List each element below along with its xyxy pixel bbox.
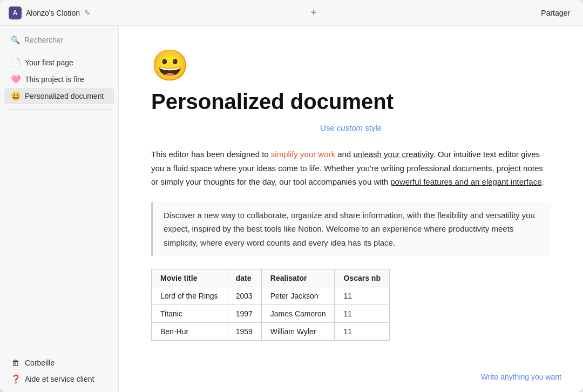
table-cell: Titanic <box>152 305 227 323</box>
sidebar: 🔍 Rechercher 📄 Your first page 🩷 This pr… <box>0 26 119 392</box>
document-paragraph1: This editor has been designed to simplif… <box>151 147 551 189</box>
subtitle-prefix: Use <box>320 123 337 132</box>
table-header-oscars: Oscars nb <box>335 269 389 287</box>
sidebar-item-label: This project is fire <box>25 75 84 84</box>
subtitle-suffix: style <box>363 123 382 132</box>
sidebar-item-label: Your first page <box>25 58 73 67</box>
app-avatar: A <box>9 6 22 19</box>
sidebar-bottom: 🗑 Corbeille ❓ Aide et service client <box>0 354 118 388</box>
document-table-container: Movie title date Realisator Oscars nb Lo… <box>151 269 551 341</box>
sidebar-item-aide[interactable]: ❓ Aide et service client <box>4 371 114 387</box>
search-bar[interactable]: 🔍 Rechercher <box>4 32 114 48</box>
document-emoji: 😀 <box>151 48 551 83</box>
titlebar: A Alonzo's Clotion ✎ + Partager <box>0 0 583 26</box>
table-cell: 1959 <box>227 323 261 341</box>
subtitle-italic: custom <box>337 123 363 132</box>
help-icon: ❓ <box>11 374 21 384</box>
document-blockquote: Discover a new way to collaborate, organ… <box>151 202 551 256</box>
sidebar-item-label: Aide et service client <box>25 375 94 383</box>
document-subtitle: Use custom style <box>151 123 551 132</box>
para1-part2: and <box>335 150 353 159</box>
table-cell: James Cameron <box>261 305 335 323</box>
app-window: A Alonzo's Clotion ✎ + Partager 🔍 Recher… <box>0 0 583 392</box>
table-cell: Lord of the Rings <box>152 287 227 305</box>
table-cell: William Wyler <box>261 323 335 341</box>
table-cell: Peter Jackson <box>261 287 335 305</box>
table-cell: 1997 <box>227 305 261 323</box>
para1-highlight3: powerful features and an elegant interfa… <box>390 177 541 186</box>
table-header-movie-title: Movie title <box>152 269 227 287</box>
main-layout: 🔍 Rechercher 📄 Your first page 🩷 This pr… <box>0 26 583 392</box>
table-row: Titanic1997James Cameron11 <box>152 305 390 323</box>
fire-icon: 🩷 <box>11 75 21 84</box>
sidebar-item-corbeille[interactable]: 🗑 Corbeille <box>4 355 114 370</box>
page-icon: 📄 <box>11 58 21 67</box>
table-header-realisator: Realisator <box>261 269 335 287</box>
para1-highlight1: simplify your work <box>271 150 335 159</box>
smile-icon: 😀 <box>11 91 21 101</box>
table-cell: 11 <box>335 323 389 341</box>
sidebar-item-personalized-document[interactable]: 😀 Personalized document <box>4 88 114 104</box>
edit-icon[interactable]: ✎ <box>84 9 91 17</box>
sidebar-pages-section: 📄 Your first page 🩷 This project is fire… <box>0 54 118 105</box>
sidebar-item-this-project-is-fire[interactable]: 🩷 This project is fire <box>4 71 114 87</box>
table-cell: 11 <box>335 305 389 323</box>
titlebar-center: + <box>306 4 321 21</box>
table-header-row: Movie title date Realisator Oscars nb <box>152 269 390 287</box>
movies-table: Movie title date Realisator Oscars nb Lo… <box>151 269 390 341</box>
app-title: Alonzo's Clotion <box>26 9 80 17</box>
table-header-date: date <box>227 269 261 287</box>
sidebar-divider <box>6 109 112 110</box>
search-label: Rechercher <box>24 36 63 44</box>
document-title: Personalized document <box>151 90 551 113</box>
para1-part4: . <box>541 177 544 186</box>
para1-highlight2: unleash your creativity <box>353 150 433 159</box>
sidebar-item-label: Corbeille <box>25 359 55 367</box>
partager-button[interactable]: Partager <box>537 6 574 19</box>
table-cell: Ben-Hur <box>152 323 227 341</box>
document-content: 😀 Personalized document Use custom style… <box>119 26 583 392</box>
para1-part1: This editor has been designed to <box>151 150 271 159</box>
search-icon: 🔍 <box>11 36 20 44</box>
titlebar-left: A Alonzo's Clotion ✎ <box>9 6 91 19</box>
write-hint: Write anything you want <box>481 373 561 381</box>
add-button[interactable]: + <box>306 4 321 21</box>
table-cell: 2003 <box>227 287 261 305</box>
trash-icon: 🗑 <box>11 358 21 367</box>
table-cell: 11 <box>335 287 389 305</box>
sidebar-item-label: Personalized document <box>25 92 104 100</box>
table-row: Lord of the Rings2003Peter Jackson11 <box>152 287 390 305</box>
sidebar-item-your-first-page[interactable]: 📄 Your first page <box>4 55 114 71</box>
table-row: Ben-Hur1959William Wyler11 <box>152 323 390 341</box>
